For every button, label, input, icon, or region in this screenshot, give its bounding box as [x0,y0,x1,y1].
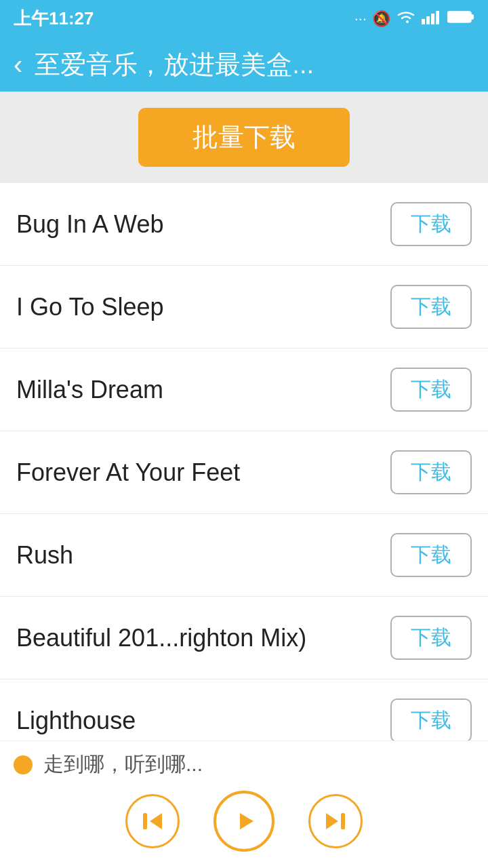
batch-section: 批量下载 [0,92,488,183]
page-title: 至爱音乐，放进最美盒... [35,47,314,82]
status-bar: 上午11:27 ··· 🔕 [0,0,488,37]
battery-icon [447,10,474,28]
signal-bars-icon [422,9,442,28]
svg-rect-3 [436,11,439,24]
wifi-icon [396,9,416,28]
download-button[interactable]: 下载 [390,698,472,743]
svg-marker-8 [240,813,253,829]
status-time: 上午11:27 [14,7,94,31]
song-item: Milla's Dream下载 [0,349,488,431]
song-name: Beautiful 201...righton Mix) [16,624,390,652]
player-controls [0,784,488,868]
song-name: Forever At Your Feet [16,458,390,487]
signal-dots-icon: ··· [354,10,367,28]
prev-button[interactable] [125,794,180,848]
mute-icon: 🔕 [372,10,390,28]
song-list: Bug In A Web下载I Go To Sleep下载Milla's Dre… [0,183,488,830]
status-icons: ··· 🔕 [354,9,474,28]
svg-rect-5 [471,14,474,20]
song-name: Rush [16,541,390,570]
song-name: Bug In A Web [16,210,390,239]
song-name: I Go To Sleep [16,293,390,321]
app-header: ‹ 至爱音乐，放进最美盒... [0,37,488,92]
download-button[interactable]: 下载 [390,616,472,660]
song-name: Milla's Dream [16,376,390,404]
download-button[interactable]: 下载 [390,285,472,329]
download-button[interactable]: 下载 [390,533,472,577]
progress-dot [14,755,33,774]
now-playing-info: 走到哪，听到哪... [0,741,488,784]
next-button[interactable] [308,794,363,848]
batch-download-button[interactable]: 批量下载 [138,108,350,167]
song-item: Bug In A Web下载 [0,183,488,266]
svg-rect-2 [431,14,434,24]
download-button[interactable]: 下载 [390,450,472,494]
song-item: Rush下载 [0,514,488,597]
song-item: Forever At Your Feet下载 [0,431,488,514]
svg-rect-7 [143,813,147,829]
song-item: Beautiful 201...righton Mix)下载 [0,597,488,679]
svg-marker-6 [150,813,162,829]
song-name: Lighthouse [16,707,390,735]
back-button[interactable]: ‹ [14,51,22,78]
svg-marker-9 [326,813,338,829]
play-button[interactable] [214,791,274,852]
download-button[interactable]: 下载 [390,368,472,412]
now-playing-text: 走到哪，听到哪... [43,751,203,778]
svg-rect-10 [341,813,345,829]
song-item: I Go To Sleep下载 [0,266,488,349]
svg-rect-4 [447,12,471,22]
svg-rect-0 [422,19,425,24]
download-button[interactable]: 下载 [390,202,472,246]
svg-rect-1 [426,16,430,24]
now-playing-bar: 走到哪，听到哪... [0,741,488,868]
